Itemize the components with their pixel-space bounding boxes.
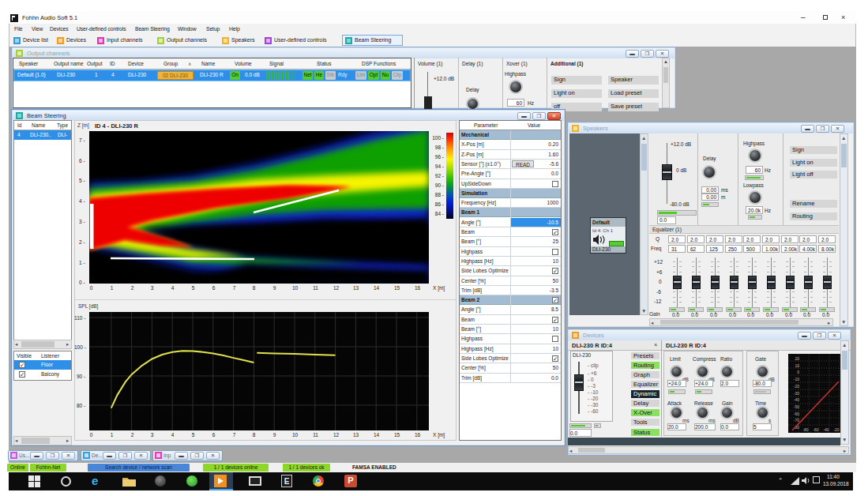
svg-text:-20: -20	[794, 384, 799, 389]
svg-text:-40: -40	[823, 427, 829, 432]
svg-text:10: 10	[795, 363, 799, 368]
svg-text:-70: -70	[794, 418, 799, 423]
svg-text:0: 0	[797, 370, 799, 374]
svg-text:-30: -30	[794, 391, 799, 396]
svg-text:-50: -50	[794, 404, 799, 409]
svg-text:-40: -40	[794, 397, 799, 402]
svg-text:-60: -60	[794, 411, 799, 416]
svg-text:-20: -20	[833, 427, 839, 432]
svg-text:-10: -10	[794, 377, 799, 381]
svg-text:-80: -80	[802, 427, 808, 432]
svg-text:-60: -60	[813, 427, 818, 432]
svg-text:20: 20	[795, 356, 799, 361]
